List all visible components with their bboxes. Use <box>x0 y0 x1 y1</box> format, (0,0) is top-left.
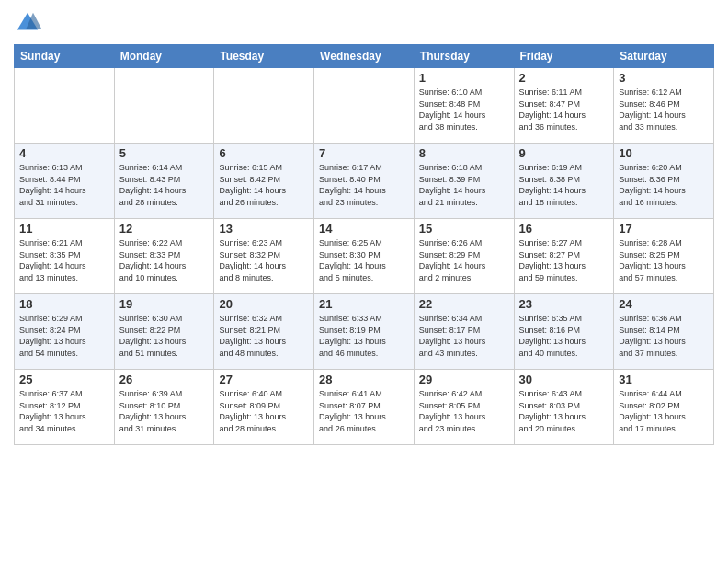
day-number: 3 <box>619 71 709 85</box>
day-cell: 11Sunrise: 6:21 AM Sunset: 8:35 PM Dayli… <box>15 219 115 294</box>
day-cell: 17Sunrise: 6:28 AM Sunset: 8:25 PM Dayli… <box>614 219 714 294</box>
day-cell: 7Sunrise: 6:17 AM Sunset: 8:40 PM Daylig… <box>314 144 415 219</box>
day-number: 23 <box>519 297 609 311</box>
day-cell: 4Sunrise: 6:13 AM Sunset: 8:44 PM Daylig… <box>15 144 115 219</box>
day-number: 9 <box>519 146 609 160</box>
day-number: 10 <box>619 146 709 160</box>
weekday-friday: Friday <box>514 45 614 68</box>
day-number: 28 <box>319 373 409 386</box>
day-info: Sunrise: 6:25 AM Sunset: 8:30 PM Dayligh… <box>319 237 409 283</box>
week-row-5: 25Sunrise: 6:37 AM Sunset: 8:12 PM Dayli… <box>15 370 714 445</box>
day-number: 27 <box>219 373 309 386</box>
day-cell: 29Sunrise: 6:42 AM Sunset: 8:05 PM Dayli… <box>414 370 514 445</box>
day-cell: 8Sunrise: 6:18 AM Sunset: 8:39 PM Daylig… <box>414 144 514 219</box>
day-number: 7 <box>319 146 409 160</box>
day-cell: 1Sunrise: 6:10 AM Sunset: 8:48 PM Daylig… <box>414 68 514 144</box>
calendar: SundayMondayTuesdayWednesdayThursdayFrid… <box>14 44 714 445</box>
day-info: Sunrise: 6:13 AM Sunset: 8:44 PM Dayligh… <box>19 162 109 208</box>
day-cell: 16Sunrise: 6:27 AM Sunset: 8:27 PM Dayli… <box>514 219 614 294</box>
day-cell: 3Sunrise: 6:12 AM Sunset: 8:46 PM Daylig… <box>614 68 714 144</box>
day-info: Sunrise: 6:12 AM Sunset: 8:46 PM Dayligh… <box>619 86 709 132</box>
weekday-header-row: SundayMondayTuesdayWednesdayThursdayFrid… <box>15 45 714 68</box>
day-number: 29 <box>419 373 509 386</box>
weekday-sunday: Sunday <box>15 45 115 68</box>
day-cell: 21Sunrise: 6:33 AM Sunset: 8:19 PM Dayli… <box>314 294 415 370</box>
day-cell: 6Sunrise: 6:15 AM Sunset: 8:42 PM Daylig… <box>214 144 314 219</box>
day-cell: 24Sunrise: 6:36 AM Sunset: 8:14 PM Dayli… <box>614 294 714 370</box>
day-cell: 9Sunrise: 6:19 AM Sunset: 8:38 PM Daylig… <box>514 144 614 219</box>
day-number: 26 <box>119 373 210 386</box>
day-info: Sunrise: 6:44 AM Sunset: 8:02 PM Dayligh… <box>619 388 709 434</box>
day-number: 6 <box>219 146 309 160</box>
day-cell: 25Sunrise: 6:37 AM Sunset: 8:12 PM Dayli… <box>15 370 115 445</box>
day-cell: 14Sunrise: 6:25 AM Sunset: 8:30 PM Dayli… <box>314 219 415 294</box>
day-info: Sunrise: 6:19 AM Sunset: 8:38 PM Dayligh… <box>519 162 609 208</box>
header <box>14 9 714 37</box>
day-number: 21 <box>319 297 409 311</box>
day-cell: 28Sunrise: 6:41 AM Sunset: 8:07 PM Dayli… <box>314 370 415 445</box>
logo <box>14 9 45 37</box>
day-info: Sunrise: 6:27 AM Sunset: 8:27 PM Dayligh… <box>519 237 609 283</box>
day-info: Sunrise: 6:10 AM Sunset: 8:48 PM Dayligh… <box>419 86 509 132</box>
day-info: Sunrise: 6:42 AM Sunset: 8:05 PM Dayligh… <box>419 388 509 434</box>
day-cell <box>114 68 214 144</box>
day-info: Sunrise: 6:22 AM Sunset: 8:33 PM Dayligh… <box>119 237 210 283</box>
day-cell: 19Sunrise: 6:30 AM Sunset: 8:22 PM Dayli… <box>114 294 214 370</box>
day-number: 13 <box>219 222 309 236</box>
day-info: Sunrise: 6:39 AM Sunset: 8:10 PM Dayligh… <box>119 388 210 434</box>
week-row-1: 1Sunrise: 6:10 AM Sunset: 8:48 PM Daylig… <box>15 68 714 144</box>
day-cell: 27Sunrise: 6:40 AM Sunset: 8:09 PM Dayli… <box>214 370 314 445</box>
day-cell: 22Sunrise: 6:34 AM Sunset: 8:17 PM Dayli… <box>414 294 514 370</box>
day-cell: 15Sunrise: 6:26 AM Sunset: 8:29 PM Dayli… <box>414 219 514 294</box>
day-info: Sunrise: 6:40 AM Sunset: 8:09 PM Dayligh… <box>219 388 309 434</box>
day-info: Sunrise: 6:21 AM Sunset: 8:35 PM Dayligh… <box>19 237 109 283</box>
day-info: Sunrise: 6:14 AM Sunset: 8:43 PM Dayligh… <box>119 162 210 208</box>
day-number: 19 <box>119 297 210 311</box>
day-info: Sunrise: 6:30 AM Sunset: 8:22 PM Dayligh… <box>119 313 210 359</box>
day-cell <box>15 68 115 144</box>
page: SundayMondayTuesdayWednesdayThursdayFrid… <box>0 0 728 563</box>
day-number: 30 <box>519 373 609 386</box>
weekday-saturday: Saturday <box>614 45 714 68</box>
day-info: Sunrise: 6:36 AM Sunset: 8:14 PM Dayligh… <box>619 313 709 359</box>
day-number: 31 <box>619 373 709 386</box>
day-number: 4 <box>19 146 109 160</box>
day-info: Sunrise: 6:32 AM Sunset: 8:21 PM Dayligh… <box>219 313 309 359</box>
day-cell: 23Sunrise: 6:35 AM Sunset: 8:16 PM Dayli… <box>514 294 614 370</box>
day-number: 25 <box>19 373 109 386</box>
weekday-tuesday: Tuesday <box>214 45 314 68</box>
week-row-4: 18Sunrise: 6:29 AM Sunset: 8:24 PM Dayli… <box>15 294 714 370</box>
day-cell: 20Sunrise: 6:32 AM Sunset: 8:21 PM Dayli… <box>214 294 314 370</box>
day-info: Sunrise: 6:29 AM Sunset: 8:24 PM Dayligh… <box>19 313 109 359</box>
weekday-monday: Monday <box>114 45 214 68</box>
day-cell: 30Sunrise: 6:43 AM Sunset: 8:03 PM Dayli… <box>514 370 614 445</box>
day-number: 14 <box>319 222 409 236</box>
day-number: 11 <box>19 222 109 236</box>
day-info: Sunrise: 6:37 AM Sunset: 8:12 PM Dayligh… <box>19 388 109 434</box>
day-info: Sunrise: 6:43 AM Sunset: 8:03 PM Dayligh… <box>519 388 609 434</box>
day-cell: 10Sunrise: 6:20 AM Sunset: 8:36 PM Dayli… <box>614 144 714 219</box>
day-info: Sunrise: 6:17 AM Sunset: 8:40 PM Dayligh… <box>319 162 409 208</box>
day-info: Sunrise: 6:41 AM Sunset: 8:07 PM Dayligh… <box>319 388 409 434</box>
day-number: 1 <box>419 71 509 85</box>
day-info: Sunrise: 6:28 AM Sunset: 8:25 PM Dayligh… <box>619 237 709 283</box>
week-row-3: 11Sunrise: 6:21 AM Sunset: 8:35 PM Dayli… <box>15 219 714 294</box>
day-number: 17 <box>619 222 709 236</box>
day-cell: 5Sunrise: 6:14 AM Sunset: 8:43 PM Daylig… <box>114 144 214 219</box>
day-info: Sunrise: 6:11 AM Sunset: 8:47 PM Dayligh… <box>519 86 609 132</box>
day-cell: 18Sunrise: 6:29 AM Sunset: 8:24 PM Dayli… <box>15 294 115 370</box>
day-info: Sunrise: 6:35 AM Sunset: 8:16 PM Dayligh… <box>519 313 609 359</box>
week-row-2: 4Sunrise: 6:13 AM Sunset: 8:44 PM Daylig… <box>15 144 714 219</box>
day-number: 8 <box>419 146 509 160</box>
day-info: Sunrise: 6:33 AM Sunset: 8:19 PM Dayligh… <box>319 313 409 359</box>
logo-icon <box>14 9 41 37</box>
day-cell: 31Sunrise: 6:44 AM Sunset: 8:02 PM Dayli… <box>614 370 714 445</box>
day-info: Sunrise: 6:20 AM Sunset: 8:36 PM Dayligh… <box>619 162 709 208</box>
day-cell: 2Sunrise: 6:11 AM Sunset: 8:47 PM Daylig… <box>514 68 614 144</box>
day-info: Sunrise: 6:23 AM Sunset: 8:32 PM Dayligh… <box>219 237 309 283</box>
day-cell: 12Sunrise: 6:22 AM Sunset: 8:33 PM Dayli… <box>114 219 214 294</box>
day-number: 20 <box>219 297 309 311</box>
day-info: Sunrise: 6:15 AM Sunset: 8:42 PM Dayligh… <box>219 162 309 208</box>
day-info: Sunrise: 6:18 AM Sunset: 8:39 PM Dayligh… <box>419 162 509 208</box>
day-number: 12 <box>119 222 210 236</box>
